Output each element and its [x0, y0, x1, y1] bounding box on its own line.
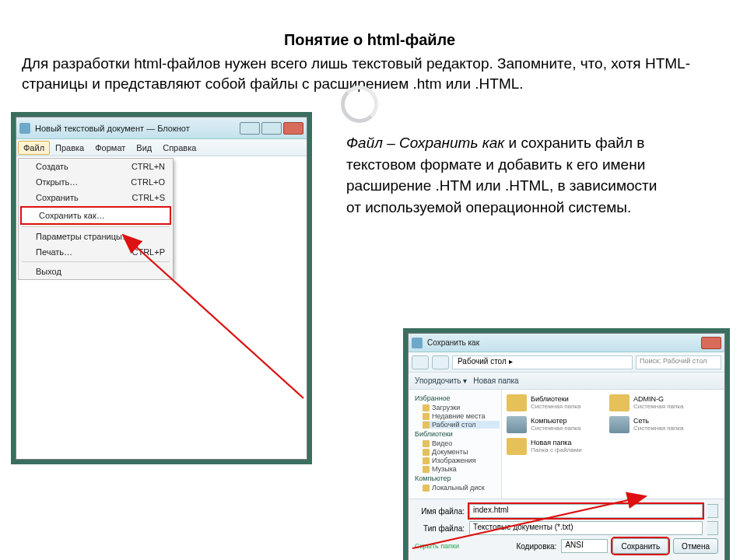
filetype-dropdown[interactable]: [707, 521, 718, 535]
filetype-label: Тип файла:: [415, 524, 465, 533]
menu-help[interactable]: Справка: [157, 141, 202, 155]
sidebar-group-fav: Избранное: [415, 394, 500, 402]
loading-spinner-icon: [341, 86, 378, 123]
nav-fwd-button[interactable]: [432, 355, 449, 369]
sidebar-group-computer: Компьютер: [415, 474, 500, 482]
save-toolbar: Упорядочить ▾ Новая папка: [409, 373, 724, 390]
menu-item-new[interactable]: СоздатьCTRL+N: [19, 159, 173, 174]
menu-view[interactable]: Вид: [131, 141, 157, 155]
intro-text: Для разработки html-файлов нужен всего л…: [22, 54, 717, 93]
menu-item-open[interactable]: Открыть…CTRL+O: [19, 174, 173, 190]
filetype-select[interactable]: Текстовые документы (*.txt): [469, 521, 703, 535]
search-field[interactable]: Поиск: Рабочий стол: [636, 355, 721, 369]
tile-network[interactable]: СетьСистемная папка: [609, 416, 703, 433]
file-menu-dropdown: СоздатьCTRL+N Открыть…CTRL+O СохранитьCT…: [18, 158, 174, 280]
menu-file[interactable]: Файл: [18, 141, 50, 155]
sidebar-item-desktop[interactable]: Рабочий стол: [423, 421, 500, 429]
sidebar-item-video[interactable]: Видео: [423, 439, 500, 447]
save-sidebar: Избранное Загрузки Недавние места Рабочи…: [409, 390, 502, 499]
menu-edit[interactable]: Правка: [50, 141, 89, 155]
folder-icon: [412, 338, 423, 348]
notepad-icon: [19, 123, 30, 134]
page-title: Понятие о html-файле: [16, 31, 724, 49]
new-folder-button[interactable]: Новая папка: [473, 376, 518, 385]
save-button[interactable]: Сохранить: [612, 538, 668, 554]
tile-user[interactable]: ADMIN-GСистемная папка: [609, 394, 703, 411]
organize-button[interactable]: Упорядочить ▾: [415, 376, 467, 385]
save-nav: Рабочий стол ▸ Поиск: Рабочий стол: [409, 352, 724, 373]
menu-item-save[interactable]: СохранитьCTRL+S: [19, 190, 173, 205]
save-bottom: Имя файла: index.html Тип файла: Текстов…: [409, 499, 724, 560]
sidebar-item-docs[interactable]: Документы: [423, 448, 500, 456]
filename-label: Имя файла:: [415, 507, 465, 516]
notepad-screenshot: Новый текстовый документ — Блокнот Файл …: [16, 117, 307, 460]
menu-item-save-as[interactable]: Сохранить как…: [22, 208, 170, 223]
maximize-button[interactable]: [261, 122, 282, 135]
menubar: Файл Правка Формат Вид Справка: [16, 139, 307, 156]
hide-folders-link[interactable]: Скрыть папки: [415, 542, 459, 550]
tile-libraries[interactable]: БиблиотекиСистемная папка: [507, 394, 600, 411]
sidebar-item-images[interactable]: Изображения: [423, 457, 500, 464]
menu-item-page-setup[interactable]: Параметры страницы…: [19, 229, 173, 244]
save-titlebar: Сохранить как: [409, 334, 724, 352]
cancel-button[interactable]: Отмена: [673, 538, 718, 554]
tile-computer[interactable]: КомпьютерСистемная папка: [507, 416, 600, 433]
close-button[interactable]: [283, 122, 303, 135]
tile-newfolder[interactable]: Новая папкаПапка с файлами: [507, 438, 600, 455]
save-title: Сохранить как: [427, 338, 701, 347]
sidebar-item-recent[interactable]: Недавние места: [423, 412, 500, 420]
encoding-select[interactable]: ANSI: [561, 539, 608, 553]
sidebar-item-music[interactable]: Музыка: [423, 465, 500, 473]
side-text: Файл – Сохранить как и сохранить файл в …: [346, 132, 673, 218]
window-title: Новый текстовый документ — Блокнот: [35, 124, 240, 133]
encoding-label: Кодировка:: [516, 542, 556, 551]
save-content: БиблиотекиСистемная папка ADMIN-GСистемн…: [502, 390, 724, 499]
minimize-button[interactable]: [240, 122, 260, 135]
menu-item-exit[interactable]: Выход: [19, 264, 173, 279]
menu-item-print[interactable]: Печать…CTRL+P: [19, 244, 173, 260]
side-text-emph: Файл – Сохранить как: [346, 135, 504, 151]
menu-item-save-as-highlight: Сохранить как…: [20, 206, 171, 225]
sidebar-item-downloads[interactable]: Загрузки: [423, 404, 500, 411]
filename-dropdown[interactable]: [707, 504, 718, 518]
menu-format[interactable]: Формат: [89, 141, 131, 155]
path-field[interactable]: Рабочий стол ▸: [452, 355, 633, 369]
sidebar-group-lib: Библиотеки: [415, 430, 500, 438]
filename-input[interactable]: index.html: [469, 504, 703, 518]
sidebar-item-localdisk[interactable]: Локальный диск: [423, 484, 500, 492]
save-close-button[interactable]: [701, 337, 721, 349]
window-titlebar: Новый текстовый документ — Блокнот: [16, 117, 307, 139]
slide: Понятие о html-файле Для разработки html…: [0, 0, 747, 560]
nav-back-button[interactable]: [412, 355, 429, 369]
notepad-body: [16, 280, 307, 459]
save-dialog: Сохранить как Рабочий стол ▸ Поиск: Рабо…: [408, 333, 725, 560]
